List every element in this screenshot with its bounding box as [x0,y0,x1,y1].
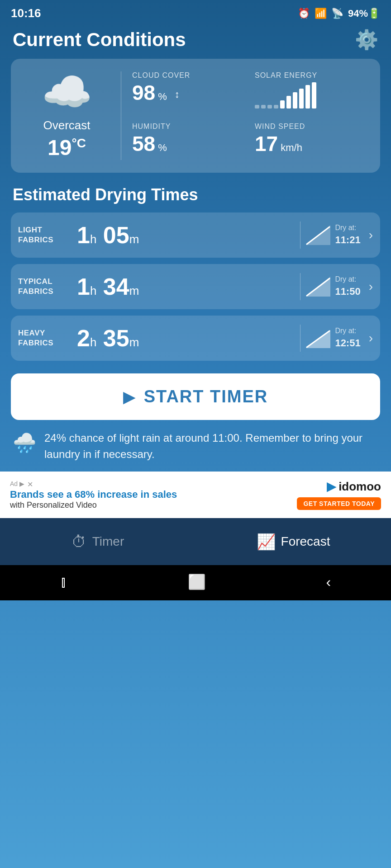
ad-brand: ▶ idomoo [327,480,381,494]
page-title: Current Conditions [13,29,186,51]
weather-stats: CLOUD COVER 98 % ↕ SOLAR ENERGY HU [121,71,369,160]
ad-banner: Ad ▶ ✕ Brands see a 68% increase in sale… [0,472,391,518]
alarm-icon: ⏰ [298,8,310,19]
wifi-icon: 📶 [315,8,327,19]
android-nav-bar: ⫿ ⬜ ‹ [0,565,391,600]
drying-time-light: 1h 05m [72,222,295,249]
wind-speed-label: WIND SPEED [255,123,369,131]
settings-button[interactable]: ⚙️ [355,28,378,51]
trend-icon-heavy [306,328,330,348]
android-back-button[interactable]: ‹ [326,574,331,590]
chevron-right-heavy: › [369,331,373,345]
dry-at-light: Dry at: 11:21 › [306,223,373,247]
start-timer-label: START TIMER [144,387,268,406]
rain-warning: 🌧️ 24% chance of light rain at around 11… [0,430,391,472]
solar-bar-8 [299,89,304,108]
chevron-right-light: › [369,228,373,242]
ad-label: Ad ▶ [10,480,24,487]
wind-speed-stat: WIND SPEED 17 km/h [255,123,369,160]
divider [300,325,301,352]
drying-section-title: Estimated Drying Times [0,185,391,212]
app-header: Current Conditions ⚙️ [0,24,391,59]
cloud-cover-label: CLOUD COVER [132,71,247,80]
nav-item-timer[interactable]: ⏱ Timer [0,528,196,555]
cloud-cover-stat: CLOUD COVER 98 % ↕ [132,71,247,114]
solar-energy-label: SOLAR ENERGY [255,71,369,80]
nav-item-forecast[interactable]: 📈 Forecast [196,528,391,555]
drying-row-heavy[interactable]: HEAVYFABRICS 2h 35m Dry at: 12:51 › [11,316,380,361]
cloud-cover-value: 98 % ↕ [132,82,247,103]
bottom-nav: ⏱ Timer 📈 Forecast [0,518,391,565]
humidity-label: HUMIDITY [132,123,247,131]
battery-display: 94%🔋 [348,8,380,19]
solar-bar-9 [305,85,310,108]
weather-condition: Overcast [43,118,90,132]
solar-bar-1 [255,105,259,108]
drying-list: LIGHTFABRICS 1h 05m Dry at: 11:21 › TYPI… [0,212,391,361]
dry-at-time-heavy: 12:51 [335,336,360,350]
solar-bar-7 [293,92,297,108]
ad-headline: Brands see a 68% increase in sales [10,489,177,500]
dry-at-typical: Dry at: 11:50 › [306,274,373,298]
fabric-label-heavy: HEAVYFABRICS [18,328,72,348]
weather-left-panel: ☁️ Overcast 19°C [22,71,121,160]
ad-sub: with Personalized Video [10,500,177,510]
dry-at-label: Dry at: [335,223,360,233]
humidity-stat: HUMIDITY 58 % [132,123,247,160]
ad-cta-button[interactable]: GET STARTED TODAY [297,497,381,510]
rain-icon: 🌧️ [13,432,36,454]
weather-temperature: 19°C [48,135,86,160]
nav-label-forecast: Forecast [281,534,330,549]
signal-icon: 📡 [331,8,343,19]
trend-icon-light [306,225,330,245]
nav-label-timer: Timer [92,534,124,549]
play-icon: ▶ [123,387,136,406]
timer-icon: ⏱ [72,533,87,551]
start-timer-button[interactable]: ▶ START TIMER [11,373,380,420]
fabric-label-light: LIGHTFABRICS [18,225,72,245]
time-display: 10:16 [11,6,41,20]
drying-row-light[interactable]: LIGHTFABRICS 1h 05m Dry at: 11:21 › [11,212,380,258]
drying-time-heavy: 2h 35m [72,325,295,352]
dry-at-label: Dry at: [335,326,360,336]
fabric-label-typical: TYPICALFABRICS [18,277,72,297]
solar-bars [255,82,369,108]
solar-bar-10 [312,82,316,108]
android-recent-button[interactable]: ⫿ [60,574,67,590]
humidity-value: 58 % [132,133,247,154]
drying-time-typical: 1h 34m [72,273,295,300]
divider [300,222,301,249]
solar-bar-3 [267,105,272,108]
sort-icon: ↕ [175,89,180,100]
ad-right: ▶ idomoo GET STARTED TODAY [297,480,381,510]
rain-warning-text: 24% chance of light rain at around 11:00… [44,430,378,462]
dry-at-time-light: 11:21 [335,233,360,247]
wind-speed-value: 17 km/h [255,133,369,154]
solar-bar-4 [274,105,278,108]
solar-bar-6 [286,96,291,108]
solar-energy-stat: SOLAR ENERGY [255,71,369,114]
divider [300,273,301,300]
ad-close-icon[interactable]: ✕ [27,480,33,489]
ad-left: Ad ▶ ✕ Brands see a 68% increase in sale… [10,480,177,510]
drying-row-typical[interactable]: TYPICALFABRICS 1h 34m Dry at: 11:50 › [11,264,380,309]
solar-bar-5 [280,100,285,108]
android-home-button[interactable]: ⬜ [188,573,206,590]
trend-icon-typical [306,277,330,297]
dry-at-label: Dry at: [335,274,360,284]
weather-icon: ☁️ [42,71,92,112]
dry-at-heavy: Dry at: 12:51 › [306,326,373,350]
weather-card: ☁️ Overcast 19°C CLOUD COVER 98 % ↕ SOLA… [11,59,380,173]
idomoo-icon: ▶ [327,480,336,494]
dry-at-time-typical: 11:50 [335,285,360,299]
solar-bar-2 [261,105,266,108]
status-bar: 10:16 ⏰ 📶 📡 94%🔋 [0,0,391,24]
forecast-icon: 📈 [257,533,276,551]
status-icons: ⏰ 📶 📡 94%🔋 [298,8,380,19]
chevron-right-typical: › [369,279,373,294]
